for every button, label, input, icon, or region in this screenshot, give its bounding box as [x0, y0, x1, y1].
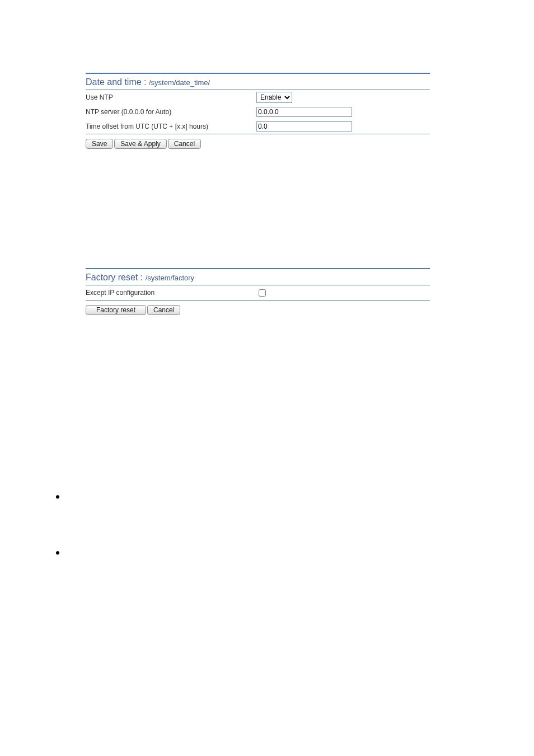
datetime-button-row: Save Save & Apply Cancel: [86, 134, 430, 153]
row-except-ip: Except IP configuration: [86, 285, 430, 300]
section-title: Date and time :: [86, 77, 147, 87]
bullet-list: [48, 494, 534, 605]
except-ip-checkbox[interactable]: [259, 289, 266, 297]
row-use-ntp: Use NTP Enable: [86, 90, 430, 105]
row-ntp-server: NTP server (0.0.0.0 for Auto): [86, 105, 430, 119]
cancel-button[interactable]: Cancel: [168, 139, 201, 149]
time-offset-input[interactable]: [256, 121, 352, 132]
time-offset-label: Time offset from UTC (UTC + [x.x] hours): [86, 123, 256, 130]
save-button[interactable]: Save: [86, 139, 113, 149]
section-header-factory: Factory reset : /system/factory: [86, 268, 430, 285]
breadcrumb-factory: /system/factory: [146, 274, 194, 282]
list-item: [48, 494, 534, 550]
section-header-datetime: Date and time : /system/date_time/: [86, 73, 430, 90]
section-title-factory: Factory reset :: [86, 273, 143, 282]
save-apply-button[interactable]: Save & Apply: [114, 139, 166, 149]
date-time-section: Date and time : /system/date_time/ Use N…: [86, 73, 430, 153]
factory-reset-button[interactable]: Factory reset: [86, 305, 146, 315]
use-ntp-label: Use NTP: [86, 93, 256, 101]
ntp-server-input[interactable]: [256, 107, 352, 117]
except-ip-label: Except IP configuration: [86, 289, 256, 297]
use-ntp-select[interactable]: Enable: [256, 92, 292, 103]
factory-reset-section: Factory reset : /system/factory Except I…: [86, 268, 430, 320]
cancel-button-factory[interactable]: Cancel: [147, 305, 180, 315]
list-item: [48, 550, 534, 605]
factory-button-row: Factory reset Cancel: [86, 300, 430, 320]
breadcrumb: /system/date_time/: [149, 78, 210, 87]
ntp-server-label: NTP server (0.0.0.0 for Auto): [86, 108, 256, 116]
factory-form: Except IP configuration: [86, 285, 430, 300]
row-time-offset: Time offset from UTC (UTC + [x.x] hours): [86, 119, 430, 134]
datetime-form: Use NTP Enable NTP server (0.0.0.0 for A…: [86, 90, 430, 134]
